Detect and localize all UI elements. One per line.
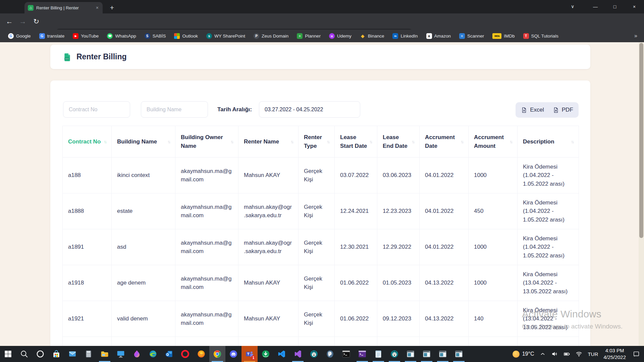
page-scrollbar[interactable] xyxy=(639,42,644,346)
calculator-button[interactable] xyxy=(80,346,97,362)
reload-button[interactable]: ↻ xyxy=(30,16,43,27)
terminal-button[interactable] xyxy=(338,346,354,362)
column-header-lease-end-date[interactable]: Lease End Date↑↓ xyxy=(377,126,420,158)
language-indicator[interactable]: TUR xyxy=(588,351,598,357)
app-window-1-button[interactable] xyxy=(402,346,419,362)
scrollbar-thumb[interactable] xyxy=(639,43,643,238)
sort-icon[interactable]: ↑↓ xyxy=(167,138,170,145)
weather-widget[interactable]: 19°C xyxy=(513,351,534,358)
terminal-purple-icon xyxy=(358,350,367,358)
bookmark-planner[interactable]: ≡Planner xyxy=(297,33,321,39)
sort-icon[interactable]: ↑↓ xyxy=(369,138,372,145)
idm-button[interactable] xyxy=(258,346,274,362)
column-header-building-owner-name[interactable]: Building Owner Name↑↓ xyxy=(175,126,238,158)
maximize-button[interactable]: □ xyxy=(605,0,625,13)
discord-button[interactable] xyxy=(225,346,241,362)
bookmark-udemy[interactable]: uUdemy xyxy=(329,33,352,39)
table-row: a1921valid denemakaymahsun.ma@gmail.comM… xyxy=(62,301,579,337)
app-window-2-button[interactable] xyxy=(419,346,435,362)
tray-expand-chevron-icon[interactable] xyxy=(539,351,546,357)
bookmark-zeus-domain[interactable]: PZeus Domain xyxy=(254,33,288,39)
bookmark-label: IMDb xyxy=(504,34,515,39)
tab-search-chevron-icon[interactable]: ∨ xyxy=(571,4,574,9)
bookmark-imdb[interactable]: IMDbIMDb xyxy=(492,33,515,39)
paint3d-button[interactable] xyxy=(129,346,145,362)
edge-button[interactable] xyxy=(145,346,161,362)
sort-icon[interactable]: ↑↓ xyxy=(412,138,414,145)
teams-button[interactable]: 1 xyxy=(241,346,258,362)
tab-close-icon[interactable]: × xyxy=(95,5,99,10)
outlook-button[interactable] xyxy=(161,346,177,362)
table-cell: akaymahsun.ma@gmail.com xyxy=(175,193,238,229)
cortana-button[interactable] xyxy=(32,346,48,362)
file-explorer-button[interactable] xyxy=(97,346,113,362)
table-cell: Mahsun AKAY xyxy=(238,301,299,337)
back-button[interactable]: ← xyxy=(3,16,16,27)
date-range-input[interactable] xyxy=(259,101,360,118)
column-header-accrument-date[interactable]: Accrument Date↑↓ xyxy=(420,126,469,158)
close-button[interactable]: × xyxy=(625,0,644,13)
pdf-export-button[interactable]: PDF xyxy=(553,107,573,113)
bookmark-linkedin[interactable]: inLinkedIn xyxy=(392,33,418,39)
bookmark-binance[interactable]: ◆Binance xyxy=(360,33,384,39)
browser-tab[interactable]: ⌂ Renter Billing | Renter × xyxy=(24,2,103,13)
new-tab-button[interactable]: + xyxy=(107,3,117,12)
column-header-description[interactable]: Description↑↓ xyxy=(518,126,579,158)
column-header-lease-start-date[interactable]: Lease Start Date↑↓ xyxy=(335,126,377,158)
battery-icon[interactable] xyxy=(564,351,570,357)
taskbar-clock[interactable]: 4:03 PM 4/25/2022 xyxy=(603,347,626,361)
chrome-button[interactable] xyxy=(209,346,225,362)
bookmark-scanner[interactable]: ≡Scanner xyxy=(459,33,484,39)
search-button[interactable] xyxy=(16,346,32,362)
bookmark-wy-sharepoint[interactable]: sWY SharePoint xyxy=(206,33,245,39)
opera-button[interactable] xyxy=(177,346,193,362)
app-window-3-button[interactable] xyxy=(435,346,451,362)
sort-icon[interactable]: ↑↓ xyxy=(104,138,106,145)
temperature-label: 19°C xyxy=(522,351,534,357)
contract-no-input[interactable] xyxy=(63,101,130,118)
bookmark-amazon[interactable]: aAmazon xyxy=(426,33,451,39)
beekeeper-studio-button[interactable] xyxy=(386,346,402,362)
remote-desktop-button[interactable] xyxy=(113,346,129,362)
bookmark-google-translate[interactable]: Gtranslate xyxy=(39,33,65,39)
bookmark-whatsapp[interactable]: ☎WhatsApp xyxy=(107,33,136,39)
bookmark-sql-tutorials[interactable]: TSQL Tutorials xyxy=(523,33,558,39)
wifi-icon[interactable] xyxy=(576,351,582,357)
mail-button[interactable] xyxy=(64,346,80,362)
start-button[interactable] xyxy=(0,346,16,362)
column-header-renter-type[interactable]: Renter Type↑↓ xyxy=(299,126,335,158)
notepad-button[interactable] xyxy=(370,346,386,362)
microsoft-store-button[interactable] xyxy=(48,346,64,362)
sort-icon[interactable]: ↑↓ xyxy=(509,138,512,145)
column-header-accrument-amount[interactable]: Accrument Amount↑↓ xyxy=(469,126,518,158)
app-window-4-button[interactable] xyxy=(451,346,467,362)
column-label: Lease Start Date xyxy=(340,133,369,150)
sort-icon[interactable]: ↑↓ xyxy=(290,138,293,145)
bookmark-youtube[interactable]: ▶YouTube xyxy=(73,33,99,39)
table-cell xyxy=(62,337,112,346)
building-name-input[interactable] xyxy=(141,101,208,118)
visual-studio-button[interactable] xyxy=(290,346,306,362)
action-center-icon[interactable] xyxy=(633,350,640,358)
beekeeper-button[interactable] xyxy=(306,346,322,362)
forward-button[interactable]: → xyxy=(16,16,30,27)
column-header-contract-no[interactable]: Contract No↑↓ xyxy=(62,126,112,158)
bookmark-outlook[interactable]: Outlook xyxy=(174,33,198,39)
excel-export-button[interactable]: Excel xyxy=(521,107,544,113)
speaker-icon[interactable] xyxy=(551,351,558,357)
sort-icon[interactable]: ↑↓ xyxy=(461,138,463,145)
column-header-building-name[interactable]: Building Name↑↓ xyxy=(112,126,175,158)
sort-icon[interactable]: ↑↓ xyxy=(327,138,329,145)
minimize-button[interactable]: — xyxy=(586,0,605,13)
firefox-button[interactable] xyxy=(193,346,209,362)
sort-icon[interactable]: ↑↓ xyxy=(230,138,233,145)
bookmark-google[interactable]: GGoogle xyxy=(8,33,31,39)
bookmark-sabis[interactable]: SSABİS xyxy=(145,33,166,39)
bookmarks-overflow-chevron-icon[interactable]: » xyxy=(632,33,639,39)
sort-icon[interactable]: ↑↓ xyxy=(571,138,573,145)
postgresql-button[interactable] xyxy=(322,346,338,362)
table-cell: Gerçek Kişi xyxy=(299,229,335,265)
column-header-renter-name[interactable]: Renter Name↑↓ xyxy=(238,126,299,158)
terminal-purple-button[interactable] xyxy=(354,346,370,362)
vscode-button[interactable] xyxy=(274,346,290,362)
